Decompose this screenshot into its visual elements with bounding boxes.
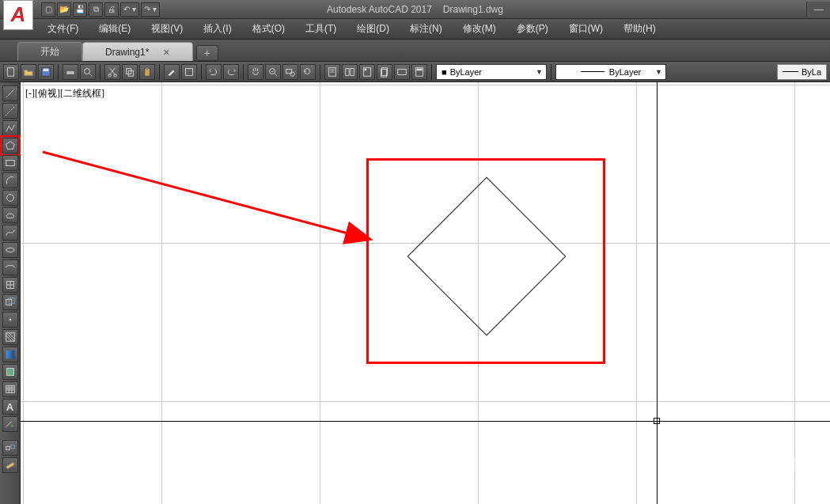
tab-drawing1[interactable]: Drawing1* × [82, 42, 193, 61]
design-center-icon[interactable] [342, 64, 358, 80]
ellipse-icon[interactable] [2, 242, 18, 258]
point-icon[interactable] [2, 312, 18, 328]
menu-draw[interactable]: 绘图(D) [347, 19, 399, 39]
open-file-icon[interactable] [21, 64, 36, 80]
rectangle-icon[interactable] [2, 155, 18, 171]
insert-block-icon[interactable] [2, 277, 18, 293]
svg-point-36 [6, 248, 14, 252]
tab-start[interactable]: 开始 [17, 42, 82, 61]
add-selected-icon[interactable]: + [2, 416, 18, 432]
saveall-icon[interactable]: ⧉ [89, 2, 103, 17]
svg-rect-2 [44, 68, 49, 71]
separator [320, 64, 320, 80]
lineweight-partial[interactable]: ByLa [777, 64, 827, 80]
multiline-text-icon[interactable]: A [2, 399, 18, 415]
separator [201, 64, 202, 80]
zoom-window-icon[interactable] [282, 64, 298, 80]
construction-line-icon[interactable] [2, 103, 18, 119]
plot-icon[interactable] [63, 64, 78, 80]
polygon-icon[interactable] [2, 138, 18, 153]
new-file-icon[interactable] [3, 64, 19, 80]
svg-rect-28 [398, 69, 407, 74]
layer-color-swatch[interactable]: ■ByLayer▼ [436, 64, 547, 80]
menu-view[interactable]: 视图(V) [142, 19, 192, 39]
redo-icon[interactable]: ↷ ▾ [141, 2, 160, 17]
svg-rect-0 [8, 67, 14, 76]
svg-rect-3 [66, 70, 75, 74]
line-icon[interactable] [2, 85, 18, 101]
ellipse-arc-icon[interactable] [2, 260, 18, 275]
viewport-label[interactable]: [-][俯视][二维线框] [25, 87, 104, 100]
match-prop-icon[interactable] [164, 64, 180, 80]
quick-access-toolbar: ▢ 📂 💾 ⧉ 🖨 ↶ ▾ ↷ ▾ [38, 1, 163, 18]
menu-help[interactable]: 帮助(H) [614, 19, 665, 39]
hatch-icon[interactable] [2, 329, 18, 345]
menu-edit[interactable]: 编辑(E) [89, 19, 140, 39]
gradient-icon[interactable] [2, 347, 18, 362]
crosshair-pickbox [654, 418, 660, 424]
measure-icon[interactable] [2, 457, 18, 473]
menu-tools[interactable]: 工具(T) [296, 19, 346, 39]
menu-format[interactable]: 格式(O) [243, 19, 294, 39]
region-icon[interactable] [2, 364, 18, 380]
undo-icon[interactable]: ↶ ▾ [120, 2, 139, 17]
properties-icon[interactable] [324, 64, 340, 80]
open-icon[interactable]: 📂 [57, 2, 71, 17]
menu-insert[interactable]: 插入(I) [194, 19, 241, 39]
block-editor-icon[interactable] [181, 64, 197, 80]
menu-file[interactable]: 文件(F) [38, 19, 88, 39]
revision-cloud-icon[interactable] [2, 207, 18, 223]
arc-icon[interactable] [2, 172, 18, 188]
file-tabs: 开始 Drawing1* × + [0, 40, 830, 62]
separator [100, 64, 100, 80]
polyline-icon[interactable] [2, 120, 18, 136]
document-name: Drawing1.dwg [443, 4, 503, 15]
svg-line-31 [6, 89, 14, 98]
crosshair-vertical [657, 82, 658, 504]
circle-icon[interactable] [2, 190, 18, 206]
svg-line-46 [9, 333, 14, 339]
sheet-set-icon[interactable] [377, 64, 392, 80]
menu-modify[interactable]: 修改(M) [453, 19, 506, 39]
constraint-icon[interactable] [2, 440, 18, 456]
make-block-icon[interactable] [2, 294, 18, 310]
svg-rect-12 [186, 68, 193, 75]
tab-close-icon[interactable]: × [163, 46, 169, 59]
window-controls: — [806, 2, 830, 17]
new-icon[interactable]: ▢ [41, 2, 55, 17]
menu-param[interactable]: 参数(P) [507, 19, 558, 39]
tab-add-button[interactable]: + [196, 45, 218, 61]
minimize-button[interactable]: — [806, 2, 830, 17]
linetype-dropdown[interactable]: ByLayer▼ [555, 64, 666, 80]
undo-button[interactable] [206, 64, 222, 80]
markups-icon[interactable] [394, 64, 410, 80]
svg-marker-33 [6, 142, 14, 150]
copy-icon[interactable] [122, 64, 138, 80]
app-logo[interactable]: A [3, 0, 33, 30]
cut-icon[interactable] [104, 64, 120, 80]
redo-button[interactable] [223, 64, 239, 80]
svg-rect-47 [6, 351, 14, 359]
pan-icon[interactable] [248, 64, 263, 80]
svg-line-44 [6, 335, 11, 341]
svg-point-42 [9, 319, 11, 321]
drawing-canvas[interactable]: [-][俯视][二维线框] Bai百 经验 jingyan.baidu.com [21, 82, 830, 504]
menu-annotate[interactable]: 标注(N) [400, 19, 452, 39]
separator [551, 64, 551, 80]
print-icon[interactable]: 🖨 [104, 2, 119, 17]
menu-window[interactable]: 窗口(W) [559, 19, 612, 39]
separator [159, 64, 160, 80]
quickcalc-icon[interactable] [411, 64, 427, 80]
save-file-icon[interactable] [38, 64, 54, 80]
svg-line-32 [5, 106, 14, 116]
save-icon[interactable]: 💾 [73, 2, 87, 17]
paste-icon[interactable] [139, 64, 155, 80]
app-title: Autodesk AutoCAD 2017 [327, 4, 432, 15]
separator [243, 64, 244, 80]
table-icon[interactable] [2, 381, 18, 397]
zoom-previous-icon[interactable] [300, 64, 316, 80]
tool-palettes-icon[interactable] [359, 64, 375, 80]
spline-icon[interactable] [2, 225, 18, 241]
plot-preview-icon[interactable] [80, 64, 96, 80]
zoom-realtime-icon[interactable]: + [265, 64, 281, 80]
